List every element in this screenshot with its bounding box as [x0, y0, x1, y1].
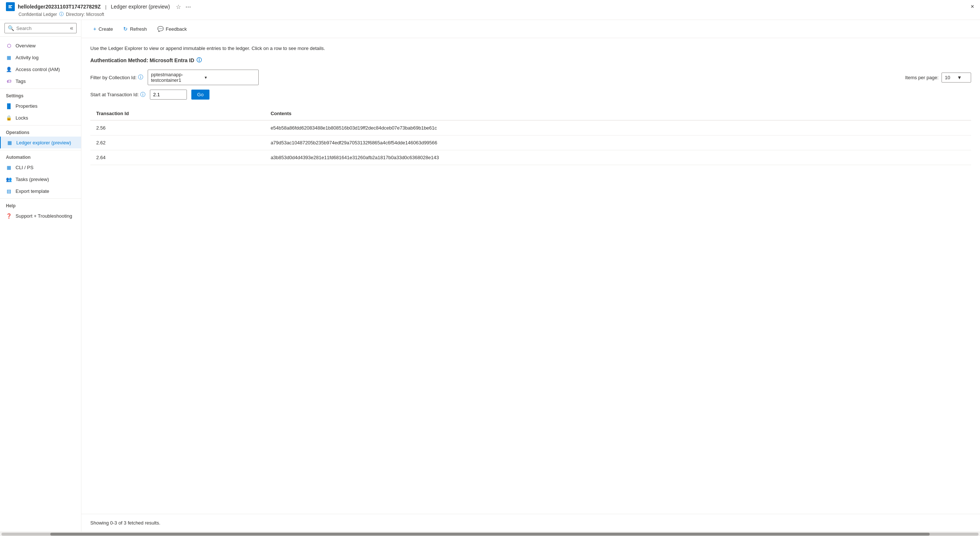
- create-button[interactable]: + Create: [89, 24, 117, 34]
- sidebar-item-label: CLI / PS: [16, 165, 33, 170]
- ledger-table: Transaction Id Contents 2.56e54b58a86fdd…: [90, 107, 971, 165]
- results-footer: Showing 0-3 of 3 fetched results.: [81, 514, 980, 531]
- title-separator: |: [105, 4, 106, 10]
- table-row[interactable]: 2.62a79d53ac10487205b235b974edf29a705313…: [90, 135, 971, 150]
- locks-icon: 🔒: [6, 115, 12, 121]
- items-per-page-container: Items per page: 10 ▼: [905, 73, 971, 83]
- sidebar-item-export-template[interactable]: ▤ Export template: [0, 185, 81, 197]
- sidebar-item-label: Access control (IAM): [16, 67, 60, 72]
- description-text: Use the Ledger Explorer to view or appen…: [90, 46, 971, 51]
- favorite-button[interactable]: ☆: [176, 3, 181, 10]
- sidebar-item-label: Properties: [16, 103, 37, 109]
- sidebar-item-label: Ledger explorer (preview): [16, 140, 71, 145]
- sidebar-item-properties[interactable]: ▐▌ Properties: [0, 100, 81, 112]
- sidebar-item-tasks[interactable]: 👥 Tasks (preview): [0, 173, 81, 185]
- transaction-info-icon[interactable]: ⓘ: [140, 91, 145, 98]
- content-area: Use the Ledger Explorer to view or appen…: [81, 38, 980, 514]
- auth-method: Authentication Method: Microsoft Entra I…: [90, 57, 971, 64]
- properties-icon: ▐▌: [6, 103, 12, 109]
- sidebar-item-access-control[interactable]: 👤 Access control (IAM): [0, 63, 81, 75]
- svg-rect-1: [8, 5, 12, 6]
- section-help: Help: [0, 199, 81, 210]
- scroll-track: [2, 533, 978, 536]
- section-settings: Settings: [0, 89, 81, 100]
- scroll-thumb[interactable]: [50, 533, 930, 536]
- search-input[interactable]: [16, 25, 66, 31]
- table-row[interactable]: 2.64a3b853d0d4d4393e281e11fd681641e31260…: [90, 150, 971, 165]
- overview-icon: ⬡: [6, 43, 12, 48]
- refresh-button[interactable]: ↻ Refresh: [119, 24, 151, 34]
- table-row[interactable]: 2.56e54b58a86fdd62083488e1b808516b03d19f…: [90, 120, 971, 135]
- sidebar-item-label: Export template: [16, 188, 49, 194]
- chevron-down-icon: ▼: [204, 76, 255, 80]
- sidebar-nav: ⬡ Overview ▦ Activity log 👤 Access contr…: [0, 37, 81, 531]
- access-control-icon: 👤: [6, 66, 12, 72]
- sidebar-item-label: Support + Troubleshooting: [16, 213, 72, 219]
- results-text: Showing 0-3 of 3 fetched results.: [90, 520, 160, 526]
- auth-info-icon[interactable]: ⓘ: [197, 57, 202, 64]
- page-title: Ledger explorer (preview): [111, 4, 170, 10]
- search-box[interactable]: 🔍 «: [5, 23, 76, 33]
- sidebar-item-label: Tags: [16, 78, 25, 84]
- directory-label: Directory: Microsoft: [66, 12, 104, 17]
- sidebar: 🔍 « ⬡ Overview ▦ Activity log 👤 Access c…: [0, 20, 81, 531]
- sidebar-item-cli-ps[interactable]: ▦ CLI / PS: [0, 161, 81, 173]
- transaction-label: Start at Transaction Id: ⓘ: [90, 91, 145, 98]
- feedback-button[interactable]: 💬 Feedback: [153, 24, 191, 34]
- tags-icon: 🏷: [6, 78, 12, 84]
- title-bar: helloledger20231103T174727829Z | Ledger …: [0, 0, 980, 20]
- filter-info-icon[interactable]: ⓘ: [138, 74, 143, 81]
- create-icon: +: [93, 26, 96, 32]
- subtitle-row: Confidential Ledger ⓘ Directory: Microso…: [19, 11, 974, 17]
- ledger-explorer-icon: ▦: [7, 140, 13, 145]
- section-operations: Operations: [0, 125, 81, 137]
- collapse-sidebar-button[interactable]: «: [70, 25, 73, 32]
- refresh-icon: ↻: [123, 26, 128, 32]
- feedback-icon: 💬: [157, 26, 164, 32]
- svg-rect-2: [8, 6, 11, 7]
- cell-transaction-id: 2.64: [90, 150, 265, 165]
- main-content: + Create ↻ Refresh 💬 Feedback Use the Le…: [81, 20, 980, 531]
- filter-collection-select[interactable]: pptestmanapp-testcontainer1 ▼: [148, 70, 259, 85]
- support-icon: ❓: [6, 213, 12, 219]
- sidebar-item-label: Tasks (preview): [16, 177, 49, 182]
- sidebar-item-tags[interactable]: 🏷 Tags: [0, 75, 81, 87]
- toolbar: + Create ↻ Refresh 💬 Feedback: [81, 20, 980, 38]
- sidebar-item-label: Activity log: [16, 55, 38, 60]
- search-icon: 🔍: [8, 25, 14, 31]
- sidebar-item-label: Locks: [16, 115, 28, 121]
- transaction-id-input[interactable]: [150, 89, 187, 100]
- svg-rect-3: [8, 7, 12, 8]
- filter-label: Filter by Collection Id: ⓘ: [90, 74, 143, 81]
- cell-transaction-id: 2.62: [90, 135, 265, 150]
- filter-row: Filter by Collection Id: ⓘ pptestmanapp-…: [90, 70, 971, 85]
- sidebar-item-ledger-explorer[interactable]: ▦ Ledger explorer (preview): [0, 137, 81, 148]
- sidebar-item-overview[interactable]: ⬡ Overview: [0, 40, 81, 51]
- items-per-page-label: Items per page:: [905, 75, 939, 80]
- sidebar-item-locks[interactable]: 🔒 Locks: [0, 112, 81, 124]
- info-icon: ⓘ: [59, 11, 64, 17]
- service-label: Confidential Ledger: [19, 12, 57, 17]
- tasks-icon: 👥: [6, 176, 12, 182]
- activity-log-icon: ▦: [6, 54, 12, 60]
- app-icon: [6, 2, 15, 11]
- page-select-chevron-icon: ▼: [957, 75, 968, 80]
- col-header-transaction-id: Transaction Id: [90, 107, 265, 120]
- resource-name: helloledger20231103T174727829Z: [18, 4, 101, 10]
- go-button[interactable]: Go: [191, 89, 210, 100]
- transaction-row: Start at Transaction Id: ⓘ Go: [90, 89, 971, 100]
- sidebar-item-support[interactable]: ❓ Support + Troubleshooting: [0, 210, 81, 222]
- close-button[interactable]: ×: [971, 3, 974, 10]
- items-per-page-select[interactable]: 10 ▼: [942, 73, 971, 83]
- section-automation: Automation: [0, 150, 81, 161]
- cell-transaction-id: 2.56: [90, 120, 265, 135]
- export-template-icon: ▤: [6, 188, 12, 194]
- cli-icon: ▦: [6, 164, 12, 170]
- more-options-button[interactable]: ···: [185, 3, 191, 11]
- sidebar-item-activity-log[interactable]: ▦ Activity log: [0, 51, 81, 63]
- col-header-contents: Contents: [265, 107, 971, 120]
- horizontal-scrollbar[interactable]: [0, 531, 980, 536]
- cell-contents: e54b58a86fdd62083488e1b808516b03d19ff2de…: [265, 120, 971, 135]
- cell-contents: a3b853d0d4d4393e281e11fd681641e31260afb2…: [265, 150, 971, 165]
- sidebar-item-label: Overview: [16, 43, 35, 48]
